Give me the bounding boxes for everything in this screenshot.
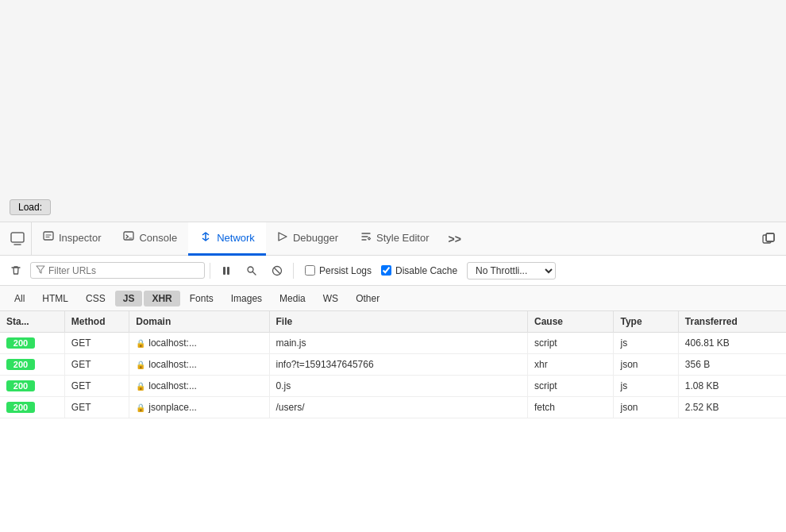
devtools-panel: Inspector Console Network	[0, 222, 786, 532]
disable-cache-label[interactable]: Disable Cache	[381, 265, 457, 276]
svg-rect-8	[227, 267, 229, 275]
col-header-file[interactable]: File	[269, 311, 527, 333]
status-badge: 200	[6, 337, 35, 349]
cell-cause: xhr	[527, 354, 613, 376]
cell-file: 0.js	[269, 376, 527, 397]
disable-cache-text: Disable Cache	[395, 265, 457, 276]
type-filter-html[interactable]: HTML	[34, 291, 76, 306]
lock-icon: 🔒	[136, 339, 145, 348]
tab-network[interactable]: Network	[188, 222, 266, 256]
type-filter-css[interactable]: CSS	[78, 291, 114, 306]
detach-button[interactable]	[754, 222, 783, 256]
tab-console[interactable]: Console	[112, 222, 188, 256]
domain-text: localhost:...	[148, 380, 197, 391]
cell-method: GET	[64, 354, 129, 376]
disable-cache-checkbox[interactable]	[381, 265, 391, 276]
cell-status: 200	[0, 333, 64, 354]
separator-1	[210, 263, 210, 279]
table-header-row: Sta... Method Domain File Cause Type Tra…	[0, 311, 786, 333]
status-badge: 200	[6, 402, 35, 413]
block-url-button[interactable]	[266, 260, 288, 282]
type-filter-media[interactable]: Media	[272, 291, 314, 306]
tab-inspector-label: Inspector	[59, 232, 101, 244]
table-row[interactable]: 200GET🔒localhost:...main.jsscriptjs406.8…	[0, 333, 786, 354]
type-filter-bar: All HTML CSS JS XHR Fonts Images Media W…	[0, 286, 786, 311]
cell-method: GET	[64, 333, 129, 354]
cell-file: /users/	[269, 397, 527, 418]
console-icon	[123, 231, 134, 245]
col-header-method[interactable]: Method	[64, 311, 129, 333]
domain-text: jsonplace...	[148, 402, 197, 413]
type-filter-ws[interactable]: WS	[315, 291, 346, 306]
filter-bar: Persist Logs Disable Cache No Throttli..…	[0, 256, 786, 286]
pause-recording-button[interactable]	[215, 260, 237, 282]
cell-cause: script	[527, 376, 613, 397]
tab-more-button[interactable]: >>	[440, 222, 468, 256]
tab-console-label: Console	[139, 232, 177, 244]
status-badge: 200	[6, 359, 35, 370]
tab-debugger[interactable]: Debugger	[266, 222, 349, 256]
domain-text: localhost:...	[148, 359, 197, 370]
tab-network-label: Network	[217, 232, 255, 244]
devtools-toolbar: Inspector Console Network	[0, 222, 786, 256]
cell-type: js	[614, 376, 678, 397]
filter-url-input[interactable]	[48, 265, 199, 276]
domain-text: localhost:...	[148, 337, 197, 349]
lock-icon: 🔒	[136, 382, 145, 391]
lock-icon: 🔒	[136, 403, 145, 412]
cell-cause: script	[527, 333, 613, 354]
persist-logs-checkbox[interactable]	[305, 265, 315, 276]
table-row[interactable]: 200GET🔒localhost:...0.jsscriptjs1.08 KB	[0, 376, 786, 397]
filter-url-input-wrap	[30, 262, 205, 279]
cell-type: json	[614, 397, 678, 418]
cell-domain: 🔒localhost:...	[129, 376, 269, 397]
col-header-type[interactable]: Type	[614, 311, 678, 333]
cell-domain: 🔒localhost:...	[129, 354, 269, 376]
cell-domain: 🔒localhost:...	[129, 333, 269, 354]
tab-style-editor-label: Style Editor	[376, 232, 429, 244]
svg-rect-5	[766, 233, 774, 241]
tab-debugger-label: Debugger	[293, 232, 338, 244]
cell-type: js	[614, 333, 678, 354]
throttle-select[interactable]: No Throttli... Fast 3G Slow 3G Offline	[467, 262, 556, 279]
search-button[interactable]	[241, 260, 263, 282]
persist-logs-label[interactable]: Persist Logs	[305, 265, 372, 276]
type-filter-other[interactable]: Other	[348, 291, 387, 306]
type-filter-fonts[interactable]: Fonts	[182, 291, 222, 306]
cell-status: 200	[0, 354, 64, 376]
cell-file: main.js	[269, 333, 527, 354]
clear-button[interactable]	[5, 260, 27, 282]
cell-status: 200	[0, 376, 64, 397]
devtools-icon	[3, 222, 32, 256]
debugger-icon	[277, 231, 288, 245]
style-editor-icon	[360, 231, 372, 245]
table-row[interactable]: 200GET🔒jsonplace.../users/fetchjson2.52 …	[0, 397, 786, 418]
type-filter-all[interactable]: All	[6, 291, 33, 306]
cell-file: info?t=1591347645766	[269, 354, 527, 376]
svg-marker-3	[279, 233, 287, 241]
persist-logs-text: Persist Logs	[319, 265, 372, 276]
load-button[interactable]: Load:	[10, 199, 51, 215]
col-header-transferred[interactable]: Transferred	[678, 311, 786, 333]
svg-rect-0	[11, 233, 24, 242]
cell-status: 200	[0, 397, 64, 418]
type-filter-js[interactable]: JS	[115, 291, 143, 306]
col-header-domain[interactable]: Domain	[129, 311, 269, 333]
col-header-status[interactable]: Sta...	[0, 311, 64, 333]
status-badge: 200	[6, 380, 35, 391]
col-header-cause[interactable]: Cause	[527, 311, 613, 333]
network-table: Sta... Method Domain File Cause Type Tra…	[0, 311, 786, 532]
cell-transferred: 406.81 KB	[678, 333, 786, 354]
browser-viewport: Load:	[0, 0, 786, 222]
cell-method: GET	[64, 397, 129, 418]
cell-domain: 🔒jsonplace...	[129, 397, 269, 418]
type-filter-xhr[interactable]: XHR	[144, 291, 179, 306]
tab-style-editor[interactable]: Style Editor	[349, 222, 440, 256]
cell-type: json	[614, 354, 678, 376]
network-icon	[199, 231, 212, 245]
type-filter-images[interactable]: Images	[223, 291, 270, 306]
tab-inspector[interactable]: Inspector	[32, 222, 112, 256]
svg-point-9	[248, 267, 253, 272]
table-row[interactable]: 200GET🔒localhost:...info?t=1591347645766…	[0, 354, 786, 376]
cell-transferred: 2.52 KB	[678, 397, 786, 418]
